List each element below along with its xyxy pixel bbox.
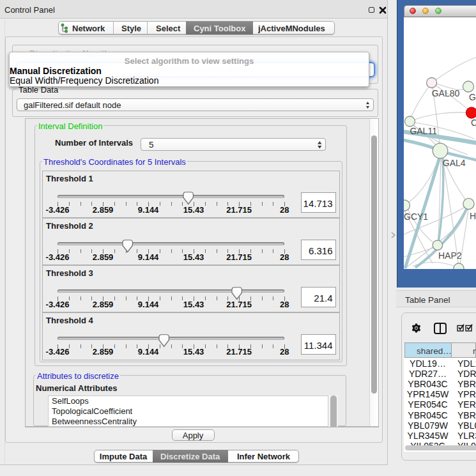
svg-text:H: H [470,211,476,221]
svg-text:GA: GA [469,92,476,102]
svg-text:C: C [471,118,476,128]
svg-text:HAP2: HAP2 [438,250,462,261]
svg-text:GAL80: GAL80 [432,88,460,98]
svg-text:GCY1: GCY1 [404,211,428,222]
svg-text:GAL11: GAL11 [410,126,437,136]
svg-text:GAL4: GAL4 [443,158,466,168]
